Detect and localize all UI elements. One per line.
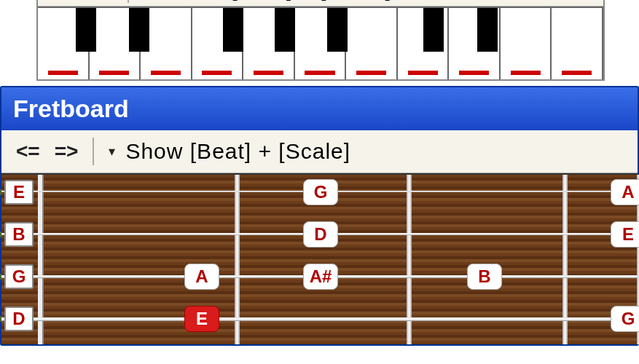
fretboard-next-button[interactable]: =>	[50, 140, 83, 163]
black-key[interactable]	[275, 8, 295, 52]
note-marker[interactable]: G	[303, 179, 338, 205]
black-key[interactable]	[223, 8, 243, 52]
note-marker[interactable]: A	[184, 264, 219, 290]
piano-toolbar: <= => ▼ Show [Beat] + [Scale]	[38, 0, 603, 7]
fretboard-prev-button[interactable]: <=	[12, 140, 44, 163]
open-string-label: D	[4, 306, 34, 331]
toolbar-separator	[128, 0, 129, 3]
note-marker[interactable]: E	[611, 221, 639, 248]
white-key[interactable]	[552, 8, 603, 79]
note-marker[interactable]: A	[611, 179, 639, 205]
open-string-label: G	[4, 264, 34, 289]
black-key[interactable]	[76, 8, 96, 52]
fretboard-neck[interactable]: EBGDGADEAA#BEG	[1, 173, 638, 344]
note-marker[interactable]: G	[611, 306, 639, 332]
toolbar-separator	[93, 138, 94, 165]
piano-show-label: Show [Beat] + [Scale]	[167, 0, 392, 1]
black-key[interactable]	[327, 8, 348, 52]
piano-keys[interactable]	[38, 7, 603, 79]
black-key[interactable]	[129, 8, 149, 52]
note-marker[interactable]: D	[303, 221, 338, 248]
fretboard-dropdown-button[interactable]: ▾	[104, 143, 119, 159]
tuner-peg	[0, 189, 1, 195]
tuner-peg	[0, 316, 1, 322]
piano-prev-button[interactable]: <=	[47, 0, 79, 1]
fretboard-show-label: Show [Beat] + [Scale]	[125, 139, 350, 164]
guitar-string[interactable]	[1, 317, 638, 321]
tuner-peg	[0, 232, 1, 237]
white-key[interactable]	[501, 8, 552, 79]
fretboard-window: Fretboard <= => ▾ Show [Beat] + [Scale] …	[0, 86, 639, 346]
black-key[interactable]	[477, 8, 498, 52]
fretboard-toolbar: <= => ▾ Show [Beat] + [Scale]	[1, 130, 638, 173]
white-key[interactable]	[346, 8, 398, 79]
piano-window: <= => ▼ Show [Beat] + [Scale]	[36, 0, 605, 81]
tuner-peg	[0, 274, 1, 280]
fretboard-titlebar[interactable]: Fretboard	[1, 87, 638, 130]
note-marker-root[interactable]: E	[184, 306, 219, 332]
open-string-label: E	[4, 180, 34, 205]
note-marker[interactable]: A#	[303, 264, 338, 290]
open-string-label: B	[4, 222, 34, 247]
piano-next-button[interactable]: =>	[85, 0, 118, 1]
note-marker[interactable]: B	[467, 264, 502, 290]
black-key[interactable]	[423, 8, 444, 52]
